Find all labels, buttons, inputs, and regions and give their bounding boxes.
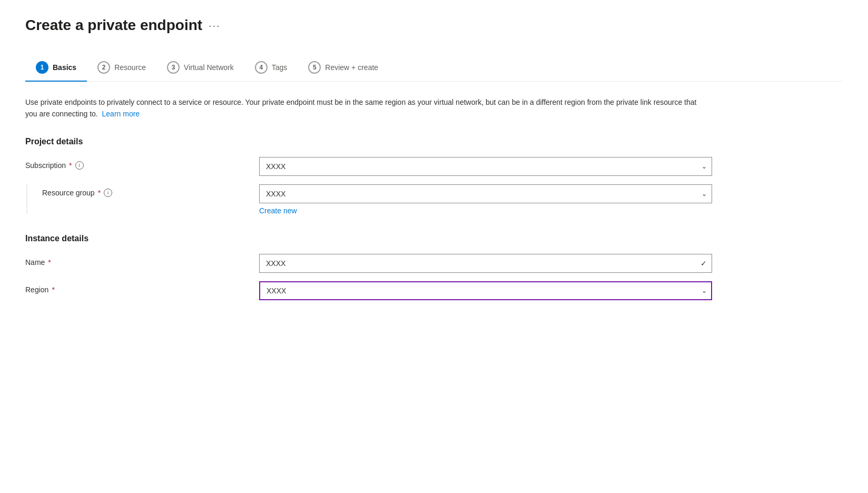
tab-basics[interactable]: 1 Basics [25, 55, 87, 81]
subscription-dropdown-wrapper: XXXX ⌄ [259, 157, 712, 176]
region-label-container: Region * [25, 281, 246, 294]
instance-details-section: Instance details Name * XXXX ✓ Region * … [25, 234, 843, 300]
subscription-row: Subscription * i XXXX ⌄ [25, 157, 843, 176]
page-title: Create a private endpoint [25, 17, 202, 34]
tab-circle-3: 3 [167, 61, 180, 74]
tab-review-create[interactable]: 5 Review + create [298, 55, 389, 81]
page-header: Create a private endpoint ··· [25, 17, 843, 34]
description-text: Use private endpoints to privately conne… [25, 96, 710, 120]
project-details-section: Project details Subscription * i XXXX ⌄ … [25, 137, 843, 215]
name-row: Name * XXXX ✓ [25, 254, 843, 273]
instance-details-title: Instance details [25, 234, 843, 243]
region-row: Region * XXXX ⌄ [25, 281, 843, 300]
subscription-info-icon[interactable]: i [75, 161, 84, 170]
subscription-label: Subscription [25, 161, 66, 170]
region-required: * [52, 285, 54, 294]
name-label: Name [25, 258, 45, 267]
region-dropdown[interactable]: XXXX [259, 281, 712, 300]
name-label-container: Name * [25, 254, 246, 267]
wizard-tabs: 1 Basics 2 Resource 3 Virtual Network 4 … [25, 55, 843, 82]
region-dropdown-wrapper: XXXX ⌄ [259, 281, 712, 300]
tab-tags[interactable]: 4 Tags [244, 55, 298, 81]
resource-group-dropdown[interactable]: XXXX [259, 184, 712, 203]
more-options-icon[interactable]: ··· [209, 19, 221, 32]
resource-group-info-icon[interactable]: i [104, 189, 112, 197]
tab-label-tags: Tags [272, 63, 288, 72]
region-control: XXXX ⌄ [259, 281, 712, 300]
learn-more-link[interactable]: Learn more [102, 110, 140, 118]
tab-circle-1: 1 [36, 61, 48, 74]
tab-resource[interactable]: 2 Resource [87, 55, 156, 81]
tab-circle-2: 2 [97, 61, 110, 74]
resource-group-control: XXXX ⌄ Create new [259, 184, 712, 215]
resource-group-label-container: Resource group * i [27, 184, 112, 197]
resource-group-label: Resource group [42, 189, 95, 197]
tab-label-basics: Basics [53, 63, 76, 72]
project-details-title: Project details [25, 137, 843, 146]
name-input-wrapper: XXXX ✓ [259, 254, 712, 273]
subscription-label-container: Subscription * i [25, 157, 246, 170]
tab-label-review-create: Review + create [325, 63, 378, 72]
tab-label-resource: Resource [114, 63, 146, 72]
name-required: * [48, 258, 51, 267]
create-new-link[interactable]: Create new [259, 206, 297, 215]
resource-group-section: Resource group * i XXXX ⌄ Create new [25, 184, 843, 215]
tab-virtual-network[interactable]: 3 Virtual Network [156, 55, 244, 81]
resource-group-label-area: Resource group * i [25, 184, 246, 214]
resource-group-dropdown-wrapper: XXXX ⌄ [259, 184, 712, 203]
tab-circle-4: 4 [255, 61, 268, 74]
subscription-required: * [69, 161, 72, 170]
resource-group-required: * [98, 189, 101, 197]
region-label: Region [25, 285, 48, 294]
tab-circle-5: 5 [308, 61, 321, 74]
subscription-dropdown[interactable]: XXXX [259, 157, 712, 176]
name-control: XXXX ✓ [259, 254, 712, 273]
tab-label-virtual-network: Virtual Network [184, 63, 234, 72]
name-dropdown[interactable]: XXXX [259, 254, 712, 273]
subscription-control: XXXX ⌄ [259, 157, 712, 176]
